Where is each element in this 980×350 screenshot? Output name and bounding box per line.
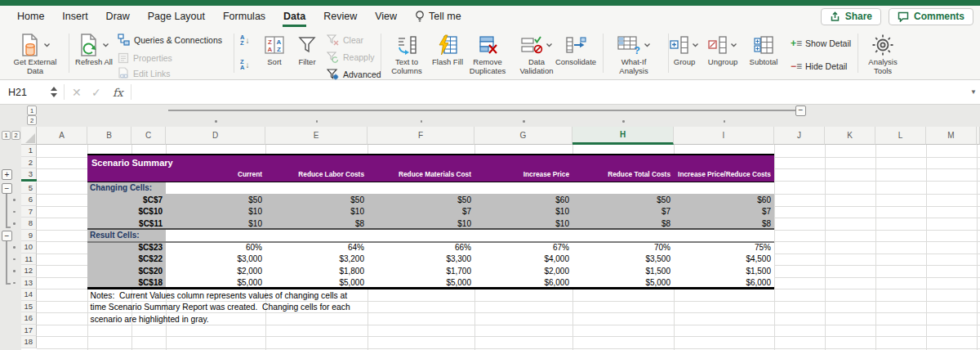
share-button[interactable]: Share	[821, 8, 881, 25]
section-label-changing-cells[interactable]: Changing Cells:	[87, 182, 166, 194]
column-group-collapse-button[interactable]: −	[795, 105, 806, 116]
table-row-label-cell[interactable]: $C$20	[87, 267, 163, 276]
table-value-cell[interactable]: $6,000	[479, 278, 569, 288]
notes-cell[interactable]: time Scenario Summary Report was created…	[91, 302, 434, 312]
subtotal-button[interactable]: Subtotal	[745, 31, 782, 67]
menu-tab-data[interactable]: Data	[274, 6, 314, 27]
text-to-columns-button[interactable]: Text to Columns	[384, 31, 430, 75]
table-value-cell[interactable]: $2,000	[172, 267, 262, 276]
column-header-G[interactable]: G	[474, 127, 572, 145]
row-header-7[interactable]: 7	[21, 206, 37, 218]
row-header-14[interactable]: 14	[21, 289, 37, 301]
row-header-12[interactable]: 12	[21, 265, 37, 277]
table-row-label-cell[interactable]: $C$10	[87, 207, 163, 217]
table-value-cell[interactable]: $10	[172, 207, 262, 217]
queries-connections-button[interactable]: Queries & Connections	[118, 33, 222, 47]
row-group-collapse-button[interactable]: −	[2, 183, 12, 194]
row-group-collapse-button[interactable]: −	[2, 231, 12, 241]
analysis-tools-button[interactable]: Analysis Tools	[859, 31, 906, 75]
table-value-cell[interactable]: 70%	[581, 243, 670, 253]
name-box-spinner[interactable]	[51, 87, 57, 97]
row-header-13[interactable]: 13	[21, 277, 37, 289]
show-detail-button[interactable]: +≡ Show Detail	[791, 36, 851, 50]
row-outline-level-2-button[interactable]: 2	[11, 131, 20, 140]
table-value-cell[interactable]: $4,500	[681, 254, 771, 264]
name-box[interactable]: H21	[0, 80, 64, 104]
column-header-E[interactable]: E	[265, 127, 368, 145]
menu-tab-view[interactable]: View	[366, 6, 406, 27]
column-header-J[interactable]: J	[774, 127, 825, 145]
what-if-analysis-button[interactable]: ? What-If Analysis	[608, 31, 660, 75]
table-value-cell[interactable]: $1,700	[381, 267, 471, 276]
row-header-18[interactable]: 18	[21, 336, 37, 348]
table-value-cell[interactable]: $60	[681, 195, 771, 205]
column-header-A[interactable]: A	[37, 127, 87, 145]
row-header-2[interactable]: 2	[21, 157, 37, 169]
table-value-cell[interactable]: $7	[381, 207, 471, 217]
table-value-cell[interactable]: 67%	[479, 243, 569, 253]
table-value-cell[interactable]: $7	[581, 207, 670, 217]
row-outline-level-1-button[interactable]: 1	[2, 131, 11, 140]
table-value-cell[interactable]: $5,000	[381, 278, 471, 288]
table-row-label-cell[interactable]: $C$22	[87, 254, 163, 264]
menu-tab-tell-me[interactable]: Tell me	[406, 6, 470, 27]
row-header-1[interactable]: 1	[21, 145, 37, 157]
table-row-label-cell[interactable]: $C$23	[87, 243, 163, 253]
column-header-M[interactable]: M	[926, 127, 977, 145]
table-value-cell[interactable]: $4,000	[479, 254, 569, 264]
table-row-label-cell[interactable]: $C$18	[87, 278, 163, 288]
table-value-cell[interactable]: $6,000	[681, 278, 771, 288]
table-title-cell[interactable]: Scenario Summary	[91, 158, 255, 168]
column-header-B[interactable]: B	[87, 127, 131, 145]
menu-tab-draw[interactable]: Draw	[97, 6, 139, 27]
table-value-cell[interactable]: $7	[681, 207, 771, 217]
sort-descending-button[interactable]: ZA↓	[240, 59, 249, 70]
table-value-cell[interactable]: $8	[681, 219, 771, 229]
table-column-header-cell[interactable]: Increase Price/Reduce Costs	[668, 170, 771, 179]
row-header-10[interactable]: 10	[21, 241, 37, 254]
table-value-cell[interactable]: $10	[479, 207, 569, 217]
flash-fill-button[interactable]: Flash Fill	[431, 31, 464, 67]
table-column-header-cell[interactable]: Reduce Materials Cost	[368, 170, 471, 179]
filter-button[interactable]: Filter	[291, 31, 323, 67]
table-row-label-cell[interactable]: $C$7	[87, 195, 163, 205]
table-value-cell[interactable]: $50	[581, 195, 670, 205]
table-value-cell[interactable]: $8	[274, 219, 364, 229]
menu-tab-formulas[interactable]: Formulas	[214, 6, 274, 27]
table-column-header-cell[interactable]: Increase Price	[466, 170, 569, 179]
advanced-filter-button[interactable]: Advanced	[327, 67, 381, 81]
column-header-L[interactable]: L	[875, 127, 926, 145]
row-header-3[interactable]: 3	[21, 168, 37, 181]
insert-function-button[interactable]: fx	[113, 80, 123, 104]
row-header-11[interactable]: 11	[21, 254, 37, 266]
table-value-cell[interactable]: 66%	[381, 243, 471, 253]
table-value-cell[interactable]: $10	[381, 219, 471, 229]
table-value-cell[interactable]: $3,300	[381, 254, 471, 264]
table-value-cell[interactable]: $50	[172, 195, 262, 205]
table-value-cell[interactable]: $10	[479, 219, 569, 229]
table-value-cell[interactable]: 64%	[274, 243, 364, 253]
menu-tab-review[interactable]: Review	[314, 6, 366, 27]
table-column-header-cell[interactable]: Current	[159, 170, 262, 179]
section-label-result-cells[interactable]: Result Cells:	[87, 230, 166, 241]
consolidate-button[interactable]: Consolidate	[552, 31, 599, 67]
table-column-header-cell[interactable]: Reduce Labor Costs	[261, 170, 364, 179]
row-header-15[interactable]: 15	[21, 301, 37, 313]
table-value-cell[interactable]: $1,800	[274, 267, 364, 276]
column-header-partial[interactable]	[977, 127, 980, 145]
formula-input[interactable]	[135, 82, 963, 104]
row-header-16[interactable]: 16	[21, 312, 37, 325]
column-header-K[interactable]: K	[825, 127, 875, 145]
column-outline-level-1-button[interactable]: 1	[27, 105, 37, 115]
formula-bar-expand-icon[interactable]: ▼	[970, 80, 977, 104]
table-value-cell[interactable]: $60	[479, 195, 569, 205]
menu-tab-insert[interactable]: Insert	[53, 6, 96, 27]
table-value-cell[interactable]: $3,500	[581, 254, 670, 264]
row-header-5[interactable]: 5	[21, 182, 37, 195]
table-value-cell[interactable]: $1,500	[681, 267, 771, 276]
column-header-I[interactable]: I	[674, 127, 774, 145]
table-row-label-cell[interactable]: $C$11	[87, 219, 163, 229]
select-all-corner[interactable]	[21, 127, 37, 145]
table-value-cell[interactable]: $2,000	[479, 267, 569, 276]
table-value-cell[interactable]: 60%	[172, 243, 262, 253]
